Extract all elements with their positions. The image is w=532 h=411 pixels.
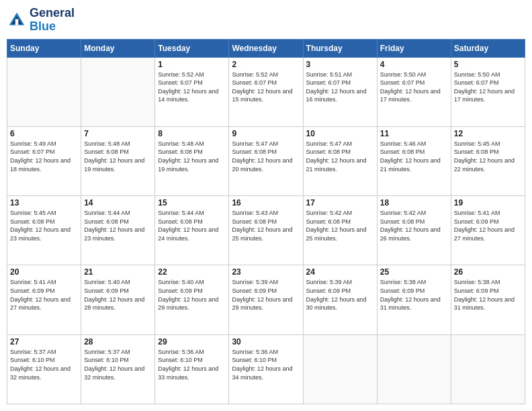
- calendar-cell: 8Sunrise: 5:48 AM Sunset: 6:08 PM Daylig…: [155, 126, 229, 195]
- calendar-cell: 23Sunrise: 5:39 AM Sunset: 6:09 PM Dayli…: [229, 265, 303, 334]
- day-number: 21: [84, 267, 152, 277]
- calendar-cell: 12Sunrise: 5:45 AM Sunset: 6:08 PM Dayli…: [451, 126, 525, 195]
- logo: General Blue: [7, 7, 75, 34]
- day-info: Sunrise: 5:45 AM Sunset: 6:08 PM Dayligh…: [10, 209, 78, 242]
- col-monday: Monday: [81, 39, 155, 57]
- calendar-cell: 25Sunrise: 5:38 AM Sunset: 6:09 PM Dayli…: [377, 265, 451, 334]
- calendar-cell: 4Sunrise: 5:50 AM Sunset: 6:07 PM Daylig…: [377, 57, 451, 126]
- day-info: Sunrise: 5:41 AM Sunset: 6:09 PM Dayligh…: [10, 278, 78, 312]
- day-info: Sunrise: 5:47 AM Sunset: 6:08 PM Dayligh…: [232, 140, 300, 173]
- day-number: 11: [380, 129, 448, 138]
- calendar-cell: 22Sunrise: 5:40 AM Sunset: 6:09 PM Dayli…: [155, 265, 229, 334]
- logo-text-blue: Blue: [30, 20, 75, 34]
- day-info: Sunrise: 5:51 AM Sunset: 6:07 PM Dayligh…: [306, 71, 374, 104]
- week-row-2: 6Sunrise: 5:49 AM Sunset: 6:07 PM Daylig…: [7, 126, 525, 195]
- calendar-cell: 6Sunrise: 5:49 AM Sunset: 6:07 PM Daylig…: [7, 126, 81, 195]
- day-number: 7: [84, 129, 152, 138]
- day-number: 4: [380, 60, 448, 69]
- day-info: Sunrise: 5:41 AM Sunset: 6:09 PM Dayligh…: [454, 209, 522, 242]
- day-info: Sunrise: 5:40 AM Sunset: 6:09 PM Dayligh…: [158, 278, 226, 312]
- day-info: Sunrise: 5:37 AM Sunset: 6:10 PM Dayligh…: [84, 348, 152, 381]
- calendar-cell: 20Sunrise: 5:41 AM Sunset: 6:09 PM Dayli…: [7, 265, 81, 334]
- day-info: Sunrise: 5:36 AM Sunset: 6:10 PM Dayligh…: [232, 348, 300, 381]
- calendar-cell: 5Sunrise: 5:50 AM Sunset: 6:07 PM Daylig…: [451, 57, 525, 126]
- calendar-cell: [377, 334, 451, 404]
- calendar-cell: 30Sunrise: 5:36 AM Sunset: 6:10 PM Dayli…: [229, 334, 303, 404]
- calendar-cell: 9Sunrise: 5:47 AM Sunset: 6:08 PM Daylig…: [229, 126, 303, 195]
- col-friday: Friday: [377, 39, 451, 57]
- day-info: Sunrise: 5:50 AM Sunset: 6:07 PM Dayligh…: [380, 71, 448, 104]
- week-row-3: 13Sunrise: 5:45 AM Sunset: 6:08 PM Dayli…: [7, 196, 525, 265]
- day-info: Sunrise: 5:46 AM Sunset: 6:08 PM Dayligh…: [380, 140, 448, 173]
- col-wednesday: Wednesday: [229, 39, 303, 57]
- day-number: 23: [232, 267, 300, 277]
- calendar-cell: 15Sunrise: 5:44 AM Sunset: 6:08 PM Dayli…: [155, 196, 229, 265]
- week-row-1: 1Sunrise: 5:52 AM Sunset: 6:07 PM Daylig…: [7, 57, 525, 126]
- day-number: 6: [10, 129, 78, 138]
- calendar-cell: [451, 334, 525, 404]
- day-number: 2: [232, 60, 300, 69]
- day-number: 17: [306, 198, 374, 208]
- day-number: 24: [306, 267, 374, 277]
- day-info: Sunrise: 5:44 AM Sunset: 6:08 PM Dayligh…: [84, 209, 152, 242]
- calendar-cell: 16Sunrise: 5:43 AM Sunset: 6:08 PM Dayli…: [229, 196, 303, 265]
- day-number: 9: [232, 129, 300, 138]
- day-number: 13: [10, 198, 78, 208]
- day-info: Sunrise: 5:42 AM Sunset: 6:08 PM Dayligh…: [380, 209, 448, 242]
- day-number: 18: [380, 198, 448, 208]
- calendar-cell: 24Sunrise: 5:39 AM Sunset: 6:09 PM Dayli…: [303, 265, 377, 334]
- day-number: 22: [158, 267, 226, 277]
- calendar-cell: 2Sunrise: 5:52 AM Sunset: 6:07 PM Daylig…: [229, 57, 303, 126]
- calendar-cell: 17Sunrise: 5:42 AM Sunset: 6:08 PM Dayli…: [303, 196, 377, 265]
- calendar-cell: 18Sunrise: 5:42 AM Sunset: 6:08 PM Dayli…: [377, 196, 451, 265]
- day-info: Sunrise: 5:45 AM Sunset: 6:08 PM Dayligh…: [454, 140, 522, 173]
- day-number: 3: [306, 60, 374, 69]
- calendar-cell: [81, 57, 155, 126]
- day-info: Sunrise: 5:52 AM Sunset: 6:07 PM Dayligh…: [232, 71, 300, 104]
- col-sunday: Sunday: [7, 39, 81, 57]
- calendar-cell: 28Sunrise: 5:37 AM Sunset: 6:10 PM Dayli…: [81, 334, 155, 404]
- calendar-cell: 14Sunrise: 5:44 AM Sunset: 6:08 PM Dayli…: [81, 196, 155, 265]
- calendar-cell: 1Sunrise: 5:52 AM Sunset: 6:07 PM Daylig…: [155, 57, 229, 126]
- logo-icon: [7, 10, 27, 30]
- calendar-cell: 19Sunrise: 5:41 AM Sunset: 6:09 PM Dayli…: [451, 196, 525, 265]
- day-number: 12: [454, 129, 522, 138]
- day-info: Sunrise: 5:48 AM Sunset: 6:08 PM Dayligh…: [158, 140, 226, 173]
- week-row-5: 27Sunrise: 5:37 AM Sunset: 6:10 PM Dayli…: [7, 334, 525, 404]
- day-number: 29: [158, 337, 226, 347]
- day-number: 20: [10, 267, 78, 277]
- calendar-cell: 29Sunrise: 5:36 AM Sunset: 6:10 PM Dayli…: [155, 334, 229, 404]
- calendar-cell: [303, 334, 377, 404]
- day-info: Sunrise: 5:40 AM Sunset: 6:09 PM Dayligh…: [84, 278, 152, 312]
- page: General Blue Sunday Monday Tuesday Wedne…: [0, 0, 532, 411]
- day-number: 15: [158, 198, 226, 208]
- day-info: Sunrise: 5:49 AM Sunset: 6:07 PM Dayligh…: [10, 140, 78, 173]
- day-number: 26: [454, 267, 522, 277]
- day-number: 30: [232, 337, 300, 347]
- calendar-cell: 7Sunrise: 5:48 AM Sunset: 6:08 PM Daylig…: [81, 126, 155, 195]
- day-info: Sunrise: 5:36 AM Sunset: 6:10 PM Dayligh…: [158, 348, 226, 381]
- day-info: Sunrise: 5:39 AM Sunset: 6:09 PM Dayligh…: [306, 278, 374, 312]
- calendar-cell: 10Sunrise: 5:47 AM Sunset: 6:08 PM Dayli…: [303, 126, 377, 195]
- day-info: Sunrise: 5:37 AM Sunset: 6:10 PM Dayligh…: [10, 348, 78, 381]
- header: General Blue: [7, 7, 525, 34]
- day-info: Sunrise: 5:44 AM Sunset: 6:08 PM Dayligh…: [158, 209, 226, 242]
- calendar-cell: 26Sunrise: 5:38 AM Sunset: 6:09 PM Dayli…: [451, 265, 525, 334]
- day-number: 28: [84, 337, 152, 347]
- day-number: 27: [10, 337, 78, 347]
- col-thursday: Thursday: [303, 39, 377, 57]
- day-number: 19: [454, 198, 522, 208]
- week-row-4: 20Sunrise: 5:41 AM Sunset: 6:09 PM Dayli…: [7, 265, 525, 334]
- day-info: Sunrise: 5:39 AM Sunset: 6:09 PM Dayligh…: [232, 278, 300, 312]
- calendar-table: Sunday Monday Tuesday Wednesday Thursday…: [7, 39, 525, 404]
- calendar-cell: 3Sunrise: 5:51 AM Sunset: 6:07 PM Daylig…: [303, 57, 377, 126]
- day-info: Sunrise: 5:42 AM Sunset: 6:08 PM Dayligh…: [306, 209, 374, 242]
- col-tuesday: Tuesday: [155, 39, 229, 57]
- col-saturday: Saturday: [451, 39, 525, 57]
- day-number: 10: [306, 129, 374, 138]
- day-info: Sunrise: 5:48 AM Sunset: 6:08 PM Dayligh…: [84, 140, 152, 173]
- calendar-header-row: Sunday Monday Tuesday Wednesday Thursday…: [7, 39, 525, 57]
- day-number: 25: [380, 267, 448, 277]
- calendar-cell: 27Sunrise: 5:37 AM Sunset: 6:10 PM Dayli…: [7, 334, 81, 404]
- day-info: Sunrise: 5:38 AM Sunset: 6:09 PM Dayligh…: [380, 278, 448, 312]
